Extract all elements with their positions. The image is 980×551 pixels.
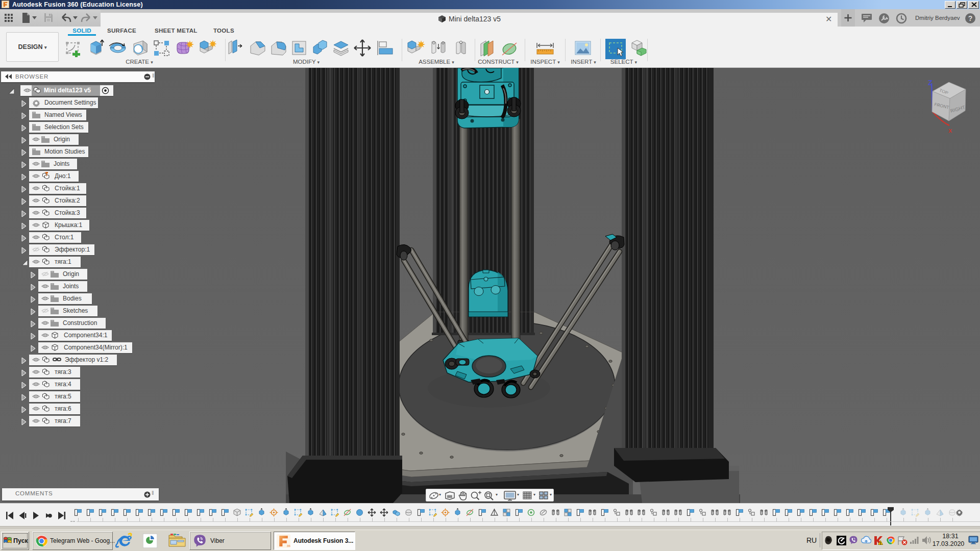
svg-text:360: 360 — [287, 544, 290, 547]
svg-text:?: ? — [968, 14, 973, 22]
svg-text:x: x — [948, 127, 952, 134]
svg-text:Z: Z — [928, 79, 933, 87]
